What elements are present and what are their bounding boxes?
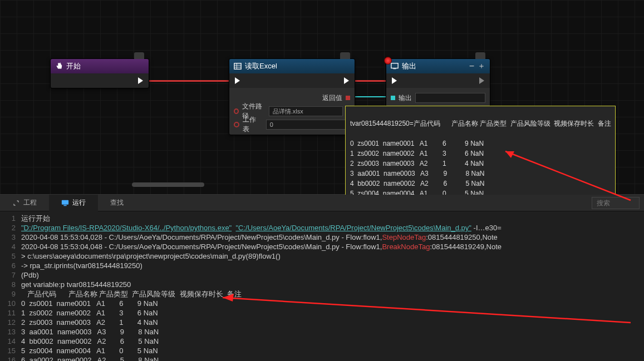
hand-icon [55,62,63,70]
node-tab-icon [340,52,350,59]
exec-in-port[interactable] [235,77,240,84]
console-line: 32020-04-08 15:53:04,028 - C:/Users/AoeY… [0,233,644,242]
node-title: 输出 [402,61,416,71]
console-line: 6-> rpa_str.iprints(tvar0815444819250) [0,261,644,270]
svg-rect-6 [62,200,68,204]
wire-exec [148,80,230,82]
console-line: 9 产品代码 产品名称 产品类型 产品风险等级 视频保存时长 备注 [0,289,644,299]
console-output[interactable]: 1运行开始2"D:/Program Files/IS-RPA2020/Studi… [0,211,644,361]
file-path-input[interactable] [269,106,343,116]
tab-run[interactable]: 运行 [49,195,98,211]
tooltip-row: 0 zs0001 name0001 A1 6 9 NaN [350,139,611,149]
add-button[interactable]: ＋ [478,61,485,71]
console-line: 1运行开始 [0,214,644,223]
data-in-port[interactable] [234,108,239,114]
console-line: 5> c:\users\aoeya\documents\rpa\project\… [0,251,644,261]
wire-exec [354,80,387,82]
exec-in-port[interactable] [392,77,397,84]
svg-rect-5 [393,68,396,69]
breakpoint-icon[interactable] [384,57,392,65]
console-line: 100 zs0001 name0001 A1 6 9 NaN [0,299,644,308]
bottom-panel: 工程 运行 查找 1运行开始2"D:/Program Files/IS-RPA2… [0,195,644,361]
collapse-button[interactable]: − [469,61,474,71]
output-value-input[interactable] [415,93,485,103]
node-read-excel[interactable]: 读取Excel 返回值 文件路径 ⎘ 工作表 [229,58,355,135]
node-tab-icon [134,52,144,59]
console-line: 133 aa0001 name0003 A3 9 8 NaN [0,327,644,337]
search-box [592,197,640,209]
data-in-port[interactable] [234,122,239,127]
panel-tabbar: 工程 运行 查找 [0,195,644,211]
console-line: 144 bb0002 name0002 A2 6 5 NaN [0,337,644,346]
search-input[interactable] [592,197,640,209]
data-in-port[interactable] [391,96,395,100]
horizontal-scrollbar[interactable] [132,182,204,187]
console-line: 42020-04-08 15:53:04,048 - C:/Users/AoeY… [0,242,644,251]
table-icon [234,62,242,70]
out-label: 返回值 [322,93,342,103]
tooltip-row: 4 bb0002 name0002 A2 6 5 NaN [350,179,611,189]
tab-find[interactable]: 查找 [98,195,136,211]
console-line: 8get variable:p tvar0815444819250 [0,280,644,289]
console-line: 2"D:/Program Files/IS-RPA2020/Studio-X64… [0,223,644,233]
field-label: 工作表 [243,115,263,134]
exec-out-port[interactable] [479,77,484,84]
console-line: 122 zs0003 name0003 A2 1 4 NaN [0,318,644,327]
svg-rect-4 [391,63,398,68]
console-line: 166 aa0002 name0002 A2 5 8 NaN [0,355,644,361]
tab-project[interactable]: 工程 [0,195,49,211]
data-out-port[interactable] [346,96,350,100]
svg-rect-7 [63,205,66,206]
node-title: 开始 [66,61,81,71]
console-line: 111 zs0002 name0002 A1 3 6 NaN [0,308,644,318]
node-output[interactable]: 输出 − ＋ 输出 [386,58,490,108]
node-tab-icon [475,52,485,59]
wrench-icon [12,199,20,207]
tooltip-row: 3 aa0001 name0003 A3 9 8 NaN [350,169,611,179]
tooltip-row: 1 zs0002 name0002 A1 3 6 NaN [350,149,611,159]
exec-out-port[interactable] [344,77,349,84]
monitor-icon [61,199,69,207]
sheet-input[interactable] [266,120,350,130]
svg-rect-0 [234,63,241,70]
console-line: 7(Pdb) [0,270,644,280]
output-icon [391,62,399,70]
tooltip-row: 2 zs0003 name0003 A2 1 4 NaN [350,159,611,169]
tooltip-header: tvar0815444819250=产品代码 产品名称 产品类型 产品风险等级 … [350,118,611,128]
console-line: 155 zs0004 name0004 A1 0 5 NaN [0,346,644,355]
in-label: 输出 [399,93,412,103]
node-title: 读取Excel [245,61,277,71]
exec-out-port[interactable] [138,77,143,84]
node-start[interactable]: 开始 [50,58,149,88]
